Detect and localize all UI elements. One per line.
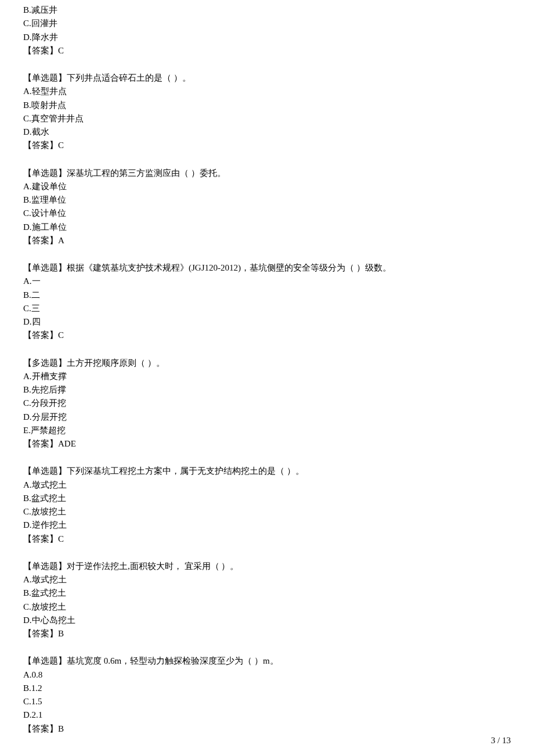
question-option: D.施工单位 [23,221,511,234]
question-answer: 【答案】C [23,532,511,546]
question-stem: 【单选题】根据《建筑基坑支护技术规程》(JGJ120-2012)，基坑侧壁的安全… [23,261,511,275]
question-option: D.逆作挖土 [23,519,511,532]
question-option: A.轻型井点 [23,85,511,98]
question-option: A.墩式挖土 [23,478,511,492]
question-answer: 【答案】B [23,722,511,736]
question-block: 【单选题】根据《建筑基坑支护技术规程》(JGJ120-2012)，基坑侧壁的安全… [23,261,511,343]
question-stem: 【单选题】下列井点适合碎石土的是（ ）。 [23,71,511,85]
question-option: D.降水井 [23,31,511,44]
question-answer: 【答案】B [23,627,511,640]
question-option: B.1.2 [23,682,511,695]
question-option: B.喷射井点 [23,99,511,112]
question-option: C.设计单位 [23,207,511,220]
question-option: A.0.8 [23,668,511,682]
question-option: A.建设单位 [23,180,511,193]
question-block: B.减压井C.回灌井D.降水井【答案】C [23,3,511,57]
question-option: C.三 [23,302,511,315]
question-stem: 【单选题】基坑宽度 0.6m，轻型动力触探检验深度至少为（ ）m。 [23,654,511,668]
question-option: C.回灌井 [23,17,511,30]
page-footer: 3 / 13 [491,734,511,747]
question-block: 【多选题】土方开挖顺序原则（ ）。A.开槽支撑B.先挖后撑C.分段开挖D.分层开… [23,357,511,451]
question-option: D.2.1 [23,708,511,722]
question-option: B.先挖后撑 [23,383,511,397]
question-block: 【单选题】对于逆作法挖土,面积较大时， 宜采用（ ）。A.墩式挖土B.盆式挖土C… [23,560,511,641]
question-option: B.盆式挖土 [23,492,511,505]
question-option: B.减压井 [23,3,511,17]
question-option: D.截水 [23,125,511,139]
question-block: 【单选题】下列井点适合碎石土的是（ ）。A.轻型井点B.喷射井点C.真空管井井点… [23,71,511,153]
question-option: A.墩式挖土 [23,573,511,586]
question-answer: 【答案】C [23,139,511,152]
question-option: C.放坡挖土 [23,600,511,614]
question-option: C.真空管井井点 [23,112,511,125]
question-stem: 【单选题】深基坑工程的第三方监测应由（ ）委托。 [23,167,511,180]
question-option: A.一 [23,275,511,288]
question-option: D.中心岛挖土 [23,614,511,627]
question-block: 【单选题】基坑宽度 0.6m，轻型动力触探检验深度至少为（ ）m。A.0.8B.… [23,654,511,736]
question-option: B.盆式挖土 [23,586,511,600]
question-block: 【单选题】下列深基坑工程挖土方案中，属于无支护结构挖土的是（ ）。A.墩式挖土B… [23,465,511,546]
question-option: E.严禁超挖 [23,424,511,437]
question-option: C.分段开挖 [23,397,511,410]
question-option: D.分层开挖 [23,411,511,424]
question-option: C.放坡挖土 [23,505,511,519]
question-stem: 【多选题】土方开挖顺序原则（ ）。 [23,357,511,370]
question-stem: 【单选题】对于逆作法挖土,面积较大时， 宜采用（ ）。 [23,560,511,573]
question-option: C.1.5 [23,695,511,708]
question-option: A.开槽支撑 [23,370,511,383]
question-option: D.四 [23,315,511,329]
page-number: 3 / 13 [491,736,511,745]
question-block: 【单选题】深基坑工程的第三方监测应由（ ）委托。A.建设单位B.监理单位C.设计… [23,167,511,248]
question-answer: 【答案】A [23,234,511,247]
question-answer: 【答案】C [23,44,511,57]
question-answer: 【答案】C [23,329,511,342]
question-option: B.二 [23,289,511,302]
question-stem: 【单选题】下列深基坑工程挖土方案中，属于无支护结构挖土的是（ ）。 [23,465,511,478]
question-answer: 【答案】ADE [23,437,511,451]
question-option: B.监理单位 [23,193,511,207]
